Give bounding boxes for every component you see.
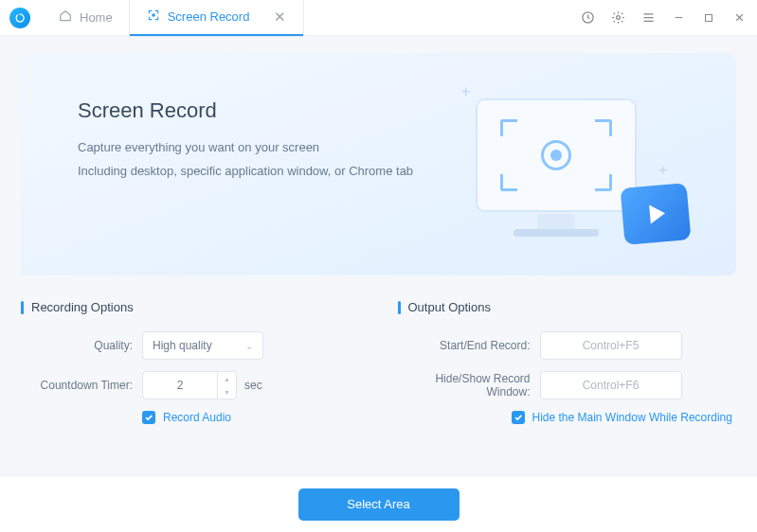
- hide-main-row: Hide the Main Window While Recording: [512, 411, 737, 424]
- minimize-button[interactable]: [670, 9, 687, 27]
- close-tab-button[interactable]: ✕: [274, 9, 286, 26]
- select-area-button[interactable]: Select Area: [298, 488, 460, 521]
- decoration-plus: +: [461, 83, 470, 100]
- output-options-section: Output Options Start/End Record: Control…: [398, 300, 737, 424]
- record-audio-label: Record Audio: [163, 411, 231, 424]
- sec-label: sec: [244, 379, 262, 392]
- quality-value: High quality: [153, 339, 212, 352]
- recording-options-title: Recording Options: [31, 300, 134, 314]
- recording-options-section: Recording Options Quality: High quality …: [21, 300, 360, 424]
- options-area: Recording Options Quality: High quality …: [21, 300, 736, 424]
- menu-icon[interactable]: [640, 9, 657, 27]
- tab-home[interactable]: Home: [42, 0, 130, 36]
- countdown-value: 2: [143, 379, 217, 392]
- tab-screen-record[interactable]: Screen Record ✕: [130, 0, 304, 36]
- hide-show-label: Hide/Show Record Window:: [398, 372, 531, 399]
- decoration-plus: +: [658, 162, 667, 179]
- hide-main-label: Hide the Main Window While Recording: [532, 411, 732, 424]
- hide-show-hotkey-input[interactable]: Control+F6: [540, 371, 682, 399]
- window-controls: [579, 9, 748, 27]
- tab-home-label: Home: [80, 10, 113, 25]
- settings-icon[interactable]: [609, 9, 626, 27]
- svg-point-2: [616, 16, 620, 20]
- clapper-graphic: [621, 183, 692, 245]
- countdown-label: Countdown Timer:: [21, 379, 133, 392]
- home-icon: [59, 9, 72, 26]
- history-icon[interactable]: [579, 9, 596, 27]
- svg-rect-3: [706, 14, 712, 21]
- record-audio-row: Record Audio: [142, 411, 360, 424]
- start-end-label: Start/End Record:: [398, 339, 531, 352]
- svg-point-0: [153, 14, 154, 16]
- output-options-title: Output Options: [408, 300, 491, 314]
- chevron-down-icon: ⌄: [245, 341, 253, 351]
- maximize-button[interactable]: [700, 9, 717, 27]
- quality-dropdown[interactable]: High quality ⌄: [142, 331, 263, 360]
- footer-bar: Select Area: [0, 475, 757, 532]
- spinner-down-button[interactable]: ▼: [218, 385, 236, 399]
- record-audio-checkbox[interactable]: [142, 411, 155, 424]
- tab-screen-record-label: Screen Record: [168, 9, 250, 24]
- app-logo: [9, 8, 30, 28]
- hide-main-checkbox[interactable]: [512, 411, 525, 424]
- countdown-spinner[interactable]: 2 ▲ ▼: [142, 371, 237, 399]
- hero-banner: Screen Record Capture everything you wan…: [21, 53, 736, 275]
- spinner-up-button[interactable]: ▲: [218, 372, 236, 385]
- start-end-hotkey-input[interactable]: Control+F5: [540, 331, 682, 360]
- monitor-graphic: [476, 98, 637, 212]
- hero-illustration: + +: [452, 81, 689, 261]
- screen-record-icon: [147, 9, 160, 25]
- quality-label: Quality:: [21, 339, 133, 352]
- titlebar: Home Screen Record ✕: [0, 0, 757, 36]
- close-window-button[interactable]: [730, 9, 748, 27]
- main-content: Screen Record Capture everything you wan…: [0, 36, 757, 424]
